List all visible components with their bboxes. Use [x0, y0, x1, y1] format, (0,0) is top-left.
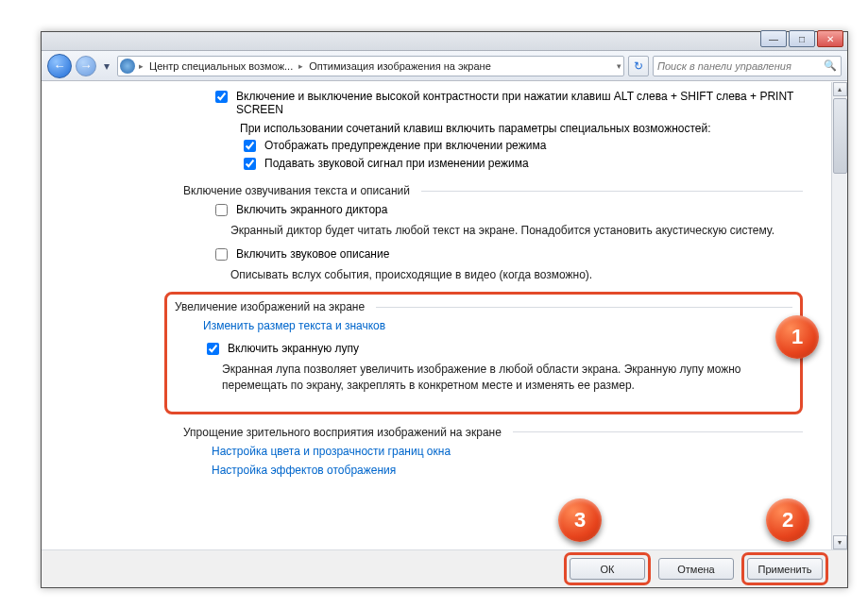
checkbox-enable-narrator[interactable]: Включить экранного диктора	[183, 203, 803, 219]
ok-button[interactable]: ОК	[570, 558, 645, 580]
annotation-highlight-3-wrap: ОК	[564, 552, 651, 585]
forward-button[interactable]: →	[76, 56, 96, 76]
link-window-border-color[interactable]: Настройка цвета и прозрачности границ ок…	[183, 445, 803, 458]
breadcrumb[interactable]: ▸ Центр специальных возмож... ▸ Оптимиза…	[117, 56, 624, 76]
section-heading-narration: Включение озвучивания текста и описаний	[183, 184, 803, 197]
checkbox-input[interactable]	[215, 204, 228, 216]
checkbox-enable-audio-description[interactable]: Включить звуковое описание	[183, 247, 803, 263]
link-resize-text-icons[interactable]: Изменить размер текста и значков	[175, 319, 792, 332]
refresh-button[interactable]: ↻	[628, 56, 649, 76]
address-bar: ← → ▾ ▸ Центр специальных возмож... ▸ Оп…	[42, 51, 847, 81]
close-button[interactable]: ✕	[817, 30, 843, 47]
maximize-button[interactable]: □	[789, 30, 815, 47]
chevron-right-icon[interactable]: ▸	[298, 61, 303, 71]
dialog-footer: ОК Отмена Применить	[42, 549, 847, 587]
description-text: Экранная лупа позволяет увеличить изобра…	[175, 362, 792, 392]
chevron-right-icon[interactable]: ▸	[139, 61, 144, 71]
link-display-effects[interactable]: Настройка эффектов отображения	[183, 464, 803, 477]
search-icon: 🔍	[824, 59, 837, 72]
control-panel-icon	[120, 59, 135, 74]
annotation-marker-2: 2	[766, 498, 809, 542]
scroll-up-button[interactable]: ▴	[833, 82, 847, 96]
search-placeholder: Поиск в панели управления	[657, 60, 791, 72]
apply-button[interactable]: Применить	[747, 558, 823, 580]
checkbox-label: Включение и выключение высокой контрастн…	[236, 90, 803, 116]
section-heading-magnify: Увеличение изображений на экране	[175, 300, 792, 313]
scroll-thumb[interactable]	[833, 98, 847, 174]
checkbox-show-warning[interactable]: Отображать предупреждение при включении …	[183, 139, 803, 155]
minimize-button[interactable]: —	[760, 30, 787, 47]
checkbox-label: Включить звуковое описание	[236, 247, 389, 261]
content-area: Включение и выключение высокой контрастн…	[42, 82, 831, 549]
control-panel-window: — □ ✕ ← → ▾ ▸ Центр специальных возмож..…	[41, 31, 848, 588]
scroll-down-button[interactable]: ▾	[833, 535, 847, 549]
chevron-down-icon[interactable]: ▾	[617, 61, 621, 71]
nav-history-dropdown[interactable]: ▾	[100, 59, 113, 73]
section-heading-simplify: Упрощение зрительного восприятия изображ…	[183, 426, 803, 439]
search-input[interactable]: Поиск в панели управления 🔍	[653, 56, 842, 76]
checkbox-label: Включить экранную лупу	[228, 342, 359, 355]
checkbox-input[interactable]	[244, 158, 256, 170]
checkbox-label: Включить экранного диктора	[236, 203, 387, 216]
annotation-marker-3: 3	[558, 498, 602, 542]
vertical-scrollbar[interactable]: ▴ ▾	[831, 82, 847, 549]
checkbox-high-contrast-toggle[interactable]: Включение и выключение высокой контрастн…	[183, 90, 803, 116]
annotation-highlight-2-wrap: Применить	[741, 552, 828, 585]
breadcrumb-segment[interactable]: Центр специальных возмож...	[145, 60, 297, 72]
annotation-marker-1: 1	[775, 315, 819, 359]
info-text: При использовании сочетаний клавиш включ…	[183, 122, 803, 135]
checkbox-label: Подавать звуковой сигнал при изменении р…	[264, 157, 529, 170]
checkbox-input[interactable]	[207, 343, 219, 355]
description-text: Описывать вслух события, происходящие в …	[183, 267, 803, 282]
cancel-button[interactable]: Отмена	[658, 558, 734, 580]
annotation-highlight-1: Увеличение изображений на экране Изменит…	[164, 292, 803, 414]
breadcrumb-segment[interactable]: Оптимизация изображения на экране	[305, 60, 495, 72]
checkbox-input[interactable]	[215, 248, 228, 261]
titlebar: — □ ✕	[42, 32, 847, 51]
back-button[interactable]: ←	[47, 54, 72, 78]
checkbox-input[interactable]	[215, 91, 228, 103]
description-text: Экранный диктор будет читать любой текст…	[183, 223, 803, 238]
checkbox-enable-magnifier[interactable]: Включить экранную лупу	[175, 342, 792, 358]
checkbox-input[interactable]	[244, 140, 256, 152]
checkbox-play-sound[interactable]: Подавать звуковой сигнал при изменении р…	[183, 157, 803, 173]
checkbox-label: Отображать предупреждение при включении …	[264, 139, 546, 152]
